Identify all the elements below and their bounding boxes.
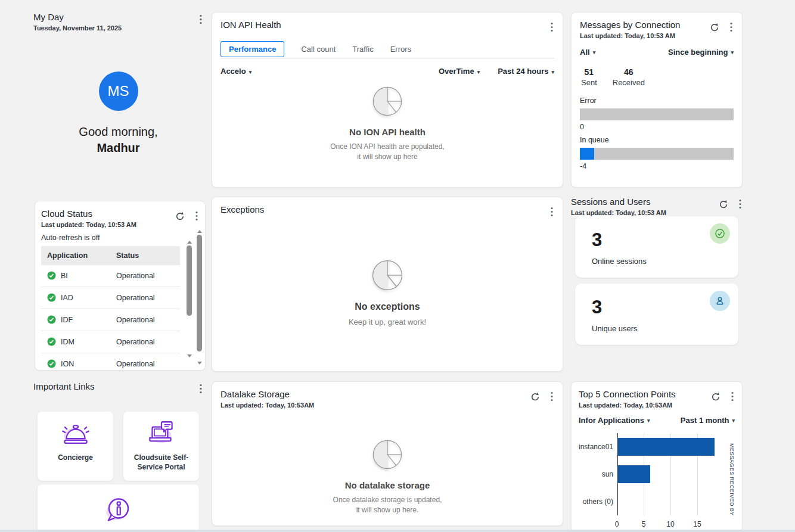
exceptions-card: Exceptions No exceptions Keep it up, gre… [212,197,563,372]
dropdown-value: Past 1 month [681,416,729,425]
in-queue-label: In queue [580,136,734,144]
unique-users-tile[interactable]: 3 Unique users [575,284,738,345]
caret-down-icon: ▾ [732,418,735,424]
table-row[interactable]: IDM Operational [41,331,180,353]
check-circle-icon [47,315,56,324]
kebab-menu-icon[interactable] [198,382,203,395]
check-circle-icon [47,337,56,346]
error-label: Error [580,97,734,105]
tab-traffic[interactable]: Traffic [352,42,373,57]
tab-errors[interactable]: Errors [390,42,411,57]
last-updated: Last updated: Today, 10:53AM [221,402,314,409]
tab-performance[interactable]: Performance [221,41,284,57]
app-name: IDM [61,338,74,346]
chart-tick-label: 15 [693,520,701,528]
card-title: Exceptions [221,204,264,216]
kebab-menu-icon[interactable] [729,21,734,33]
period-dropdown[interactable]: Since beginning ▾ [668,48,734,57]
api-suite-dropdown[interactable]: Accelo ▾ [221,67,251,76]
unique-users-count: 3 [592,297,602,318]
empty-state-title: No exceptions [355,301,420,312]
table-row[interactable]: IDF Operational [41,309,180,331]
column-status: Status [116,251,180,260]
kebab-menu-icon[interactable] [198,13,203,26]
in-queue-value: -4 [580,162,734,170]
link-info[interactable] [38,484,199,532]
chart-tick-label: 5 [642,520,646,528]
sent-stat: 51 Sent [581,67,597,87]
auto-refresh-status: Auto-refresh is off [41,234,199,242]
avatar[interactable]: MS [99,71,138,111]
scrollbar-thumb[interactable] [187,245,192,316]
app-status: Operational [116,316,180,324]
kebab-menu-icon[interactable] [549,390,554,403]
last-updated: Last updated: Today, 10:53AM [579,402,676,409]
app-status: Operational [116,360,180,368]
caret-down-icon: ▾ [647,418,650,424]
table-row[interactable]: IAD Operational [41,287,180,309]
link-concierge[interactable]: Concierge [38,412,113,481]
scrollbar-thumb[interactable] [197,235,202,351]
cloud-status-table: Application Status BI Operational IAD Op… [41,246,180,371]
greeting-line1: Good morning, [33,125,203,139]
caret-down-icon: ▾ [477,69,480,75]
received-value: 46 [613,67,645,77]
received-stat: 46 Received [613,67,645,87]
chart-tick-label: 10 [666,520,674,528]
check-circle-icon [47,271,56,280]
last-updated: Last updated: Today, 10:53 AM [580,32,680,39]
scroll-down-arrow[interactable] [197,362,202,365]
card-title: Top 5 Connection Points [579,389,676,400]
link-label: Concierge [53,453,98,463]
refresh-icon[interactable] [174,210,186,222]
info-speech-bubble-icon [100,491,138,530]
link-cloudsuite-self-service-portal[interactable]: Cloudsuite Self-Service Portal [123,412,199,481]
refresh-icon[interactable] [710,391,722,403]
application-filter-dropdown[interactable]: Infor Applications ▾ [579,416,650,425]
messages-by-connection-card: Messages by Connection Last updated: Tod… [571,12,743,188]
refresh-icon[interactable] [529,391,541,403]
scroll-up-arrow[interactable] [187,241,192,244]
date-text: Tuesday, November 11, 2025 [33,24,122,32]
in-queue-fill [580,148,594,160]
top5-bar-chart: instance01sunothers (0)051015MESSAGES RE… [579,433,735,532]
ion-tabs: Performance Call count Traffic Errors [221,38,554,60]
online-sessions-tile[interactable]: 3 Online sessions [575,216,738,278]
cloud-status-card: Cloud Status Last updated: Today, 10:53 … [35,201,206,371]
chart-category-label: others (0) [579,488,613,515]
column-application: Application [41,251,116,260]
scroll-up-arrow[interactable] [197,230,202,233]
check-circle-icon [47,359,56,368]
connection-filter-dropdown[interactable]: All ▾ [580,48,595,57]
link-label: Cloudsuite Self-Service Portal [123,453,199,472]
error-value: 0 [580,123,734,131]
dropdown-value: Accelo [221,67,246,76]
scroll-down-arrow[interactable] [187,354,192,357]
check-circle-outline-icon [714,228,726,239]
kebab-menu-icon[interactable] [730,390,735,403]
in-queue-meter [580,148,734,160]
kebab-menu-icon[interactable] [549,206,554,218]
tab-call-count[interactable]: Call count [301,42,336,57]
table-row[interactable]: BI Operational [41,265,180,287]
dashboard: My Day Tuesday, November 11, 2025 MS Goo… [0,0,795,532]
empty-state-title: No ION API health [349,127,426,137]
chart-ylabel: MESSAGES RECEIVED BY [729,443,735,516]
important-links-widget: Important Links [33,381,203,532]
refresh-icon[interactable] [709,21,721,33]
refresh-icon[interactable] [718,198,729,210]
kebab-menu-icon[interactable] [738,198,743,210]
ion-api-health-card: ION API Health Performance Call count Tr… [212,12,563,188]
chart-bar [618,438,715,456]
top5-connection-points-card: Top 5 Connection Points Last updated: To… [571,381,743,532]
time-range-dropdown[interactable]: Past 1 month ▾ [681,416,735,425]
card-title: ION API Health [221,20,281,31]
time-range-dropdown[interactable]: Past 24 hours ▾ [498,67,554,76]
app-name: IDF [61,316,73,324]
kebab-menu-icon[interactable] [194,210,199,222]
table-row[interactable]: ION Operational [41,353,180,371]
card-title: Datalake Storage [221,389,314,400]
kebab-menu-icon[interactable] [549,21,554,33]
my-day-widget: My Day Tuesday, November 11, 2025 MS Goo… [33,12,203,188]
overtime-dropdown[interactable]: OverTime ▾ [439,67,480,76]
